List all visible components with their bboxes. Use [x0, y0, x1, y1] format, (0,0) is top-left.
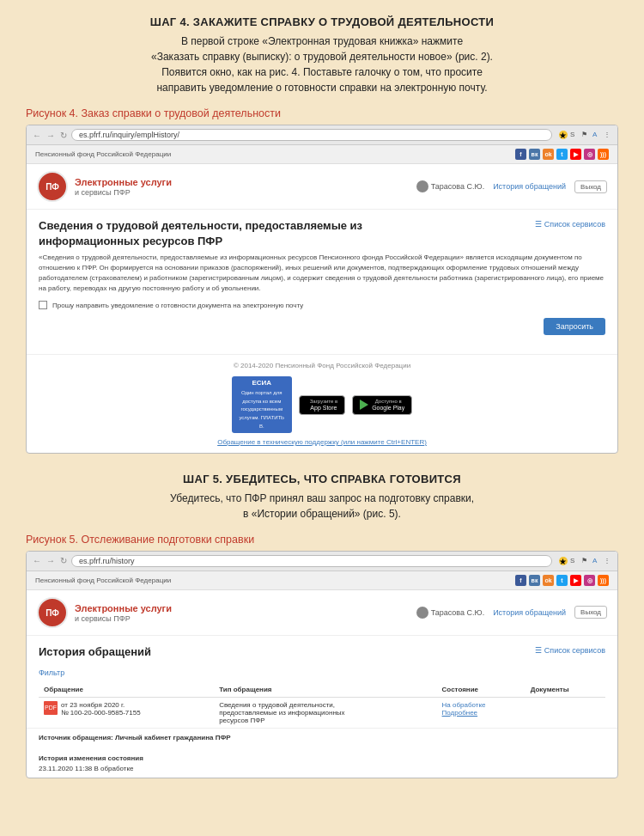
pfr-store-row-4: ЕСИА Один портал для доступа ко всем гос…: [39, 376, 605, 432]
google-play-badge-4[interactable]: Доступно в Google Play: [352, 395, 412, 415]
google-play-name-4: Google Play: [372, 404, 404, 412]
pfr-logo-circle-5: ПФ: [37, 597, 68, 628]
table-row: PDF от 23 ноября 2020 г. № 100-20-000-95…: [39, 697, 605, 728]
source-section-5: Источник обращения: Личный кабинет гражд…: [27, 728, 617, 749]
pfr-exit-btn-5[interactable]: Выход: [574, 606, 607, 619]
step4-desc: В первой строке «Электронная трудовая кн…: [26, 34, 618, 95]
history-label-5: История изменения состояния: [39, 754, 605, 762]
user-person-icon-4: [416, 180, 428, 192]
egosusias-badge-4: ЕСИА Один портал для доступа ко всем гос…: [232, 376, 292, 432]
row-status: На обработке: [442, 701, 520, 709]
browser-back-icon[interactable]: ←: [33, 131, 41, 140]
pfr-content-5: История обращений ☰ Список сервисов Филь…: [27, 636, 617, 728]
step4-desc-line4: направить уведомление о готовности справ…: [156, 82, 487, 94]
figure4-label: Рисунок 4. Заказ справки о трудовой деят…: [26, 107, 618, 119]
social-tw[interactable]: t: [556, 149, 568, 160]
figure4-browser: ← → ↻ es.pfrf.ru/inquiry/emplHistory/ ★ …: [26, 125, 618, 454]
step5-heading: ШАГ 5. УБЕДИТЕСЬ, ЧТО СПРАВКА ГОТОВИТСЯ: [26, 473, 618, 485]
social-ig-5[interactable]: ◎: [584, 575, 595, 586]
pfr-history-link-5[interactable]: История обращений: [493, 608, 566, 617]
pfr-topbar-5: Пенсионный фонд Российской Федерации f в…: [27, 571, 617, 590]
pfr-logo-text-5: Электронные услуги: [75, 602, 172, 614]
table-header-appeal: Обращение: [39, 682, 214, 698]
browser-bar-4: ← → ↻ es.pfrf.ru/inquiry/emplHistory/ ★ …: [27, 125, 617, 145]
browser-forward-icon-5[interactable]: →: [46, 556, 55, 565]
browser-reload-icon-5[interactable]: ↻: [60, 556, 67, 565]
step4-desc-line3: Появится окно, как на рис. 4. Поставьте …: [161, 66, 483, 78]
browser-star-icon-5[interactable]: ★: [559, 557, 568, 565]
row-number: № 100-20-000-9585-7155: [61, 709, 141, 717]
row-type: Сведения о трудовой деятельности, предос…: [214, 697, 436, 728]
pfr-content-4: Сведения о трудовой деятельности, предос…: [27, 210, 617, 354]
pfr-user-name-4: Тарасова С.Ю.: [416, 180, 485, 192]
browser-ext-icon2-5[interactable]: ⚑: [581, 557, 590, 565]
browser-menu-icon[interactable]: ⋮: [604, 131, 612, 139]
browser-menu-icon-5[interactable]: ⋮: [604, 557, 612, 565]
browser-url-bar-5[interactable]: es.pfrf.ru/history: [71, 555, 552, 567]
pfr-checkbox-4[interactable]: [39, 301, 47, 309]
pfr-logo-subtext-5: и сервисы ПФР: [75, 614, 172, 623]
doc-icon: PDF: [44, 701, 58, 715]
social-vk-5[interactable]: вк: [529, 575, 540, 586]
social-ok[interactable]: ok: [543, 149, 554, 160]
browser-url-bar[interactable]: es.pfrf.ru/inquiry/emplHistory/: [71, 129, 552, 141]
browser-reload-icon[interactable]: ↻: [60, 131, 67, 140]
svg-text:ПФ: ПФ: [46, 182, 59, 192]
filter-link-5[interactable]: Фильтр: [39, 668, 605, 677]
social-icons-4: f вк ok t ▶ ◎ ))): [515, 149, 609, 160]
pfr-user-area-4: Тарасова С.Ю. История обращений Выход: [416, 180, 607, 193]
pfr-services-link-5[interactable]: ☰ Список сервисов: [535, 646, 605, 655]
social-icons-5: f вк ok t ▶ ◎ ))): [515, 575, 609, 586]
pfr-footer-link-4[interactable]: Обращение в техническую поддержку (или н…: [39, 438, 605, 446]
social-tw-5[interactable]: t: [556, 575, 568, 586]
social-ok-5[interactable]: ok: [543, 575, 554, 586]
svg-text:ПФ: ПФ: [46, 608, 59, 618]
step4-desc-line2: «Заказать справку (выписку): о трудовой …: [151, 51, 493, 63]
browser-ext-icon3-5[interactable]: A: [592, 557, 601, 565]
app-store-badge-4[interactable]: Загрузите в App Store: [299, 395, 345, 415]
row-date: от 23 ноября 2020 г.: [61, 701, 141, 709]
pfr-services-link-4[interactable]: ☰ Список сервисов: [535, 220, 605, 229]
social-yt[interactable]: ▶: [570, 149, 581, 160]
browser-ext-icon2[interactable]: ⚑: [581, 131, 590, 139]
browser-ext-icon1[interactable]: S: [570, 131, 579, 139]
pfr-main-title-4: Сведения о трудовой деятельности, предос…: [39, 218, 464, 249]
history-table-5: Обращение Тип обращения Состояние Докуме…: [39, 682, 605, 728]
browser-ext-icon1-5[interactable]: S: [570, 557, 579, 565]
pfr-header-5: ПФ Электронные услуги и сервисы ПФР Тара…: [27, 590, 617, 636]
browser-back-icon-5[interactable]: ←: [33, 556, 41, 565]
pfr-footer-copy-4: © 2014-2020 Пенсионный Фонд Российской Ф…: [39, 362, 605, 369]
social-fb[interactable]: f: [515, 149, 526, 160]
figure5-browser: ← → ↻ es.pfrf.ru/history ★ S ⚑ A ⋮ Пенси…: [26, 551, 618, 778]
pfr-checkbox-row-4: Прошу направить уведомление о готовности…: [39, 301, 605, 309]
social-fb-5[interactable]: f: [515, 575, 526, 586]
pfr-exit-btn-4[interactable]: Выход: [574, 180, 607, 193]
social-rss[interactable]: ))): [598, 149, 609, 160]
history-section-5: История изменения состояния 23.11.2020 1…: [27, 749, 617, 778]
pfr-submit-btn-4[interactable]: Запросить: [544, 318, 605, 335]
pfr-user-name-5: Тарасова С.Ю.: [416, 607, 485, 619]
social-vk[interactable]: вк: [529, 149, 540, 160]
pfr-desc-4: «Сведения о трудовой деятельности, предо…: [39, 253, 605, 294]
row-detail-link[interactable]: Подробнее: [442, 709, 478, 717]
pfr-username-4: Тарасова С.Ю.: [431, 182, 485, 191]
user-person-icon-5: [416, 607, 428, 619]
social-ig[interactable]: ◎: [584, 149, 595, 160]
pfr-logo-5: ПФ Электронные услуги и сервисы ПФР: [37, 597, 172, 628]
social-rss-5[interactable]: ))): [598, 575, 609, 586]
table-header-type: Тип обращения: [214, 682, 436, 698]
app-store-name-4: App Store: [310, 404, 337, 412]
pfr-org-name-4: Пенсионный фонд Российской Федерации: [35, 150, 171, 158]
pfr-logo-subtext-4: и сервисы ПФР: [75, 188, 172, 197]
browser-action-icons-5: ★ S ⚑ A ⋮: [559, 557, 612, 565]
browser-forward-icon[interactable]: →: [46, 131, 55, 140]
browser-star-icon[interactable]: ★: [559, 131, 568, 139]
pfr-org-name-5: Пенсионный фонд Российской Федерации: [35, 577, 171, 584]
play-triangle-4: [360, 400, 368, 410]
pfr-history-link-4[interactable]: История обращений: [493, 182, 566, 191]
pfr-checkbox-label-4: Прошу направить уведомление о готовности…: [52, 302, 303, 309]
step5-desc: Убедитесь, что ПФР принял ваш запрос на …: [26, 491, 618, 522]
browser-ext-icon3[interactable]: A: [592, 131, 601, 139]
pfr-user-area-5: Тарасова С.Ю. История обращений Выход: [416, 606, 607, 619]
social-yt-5[interactable]: ▶: [570, 575, 581, 586]
